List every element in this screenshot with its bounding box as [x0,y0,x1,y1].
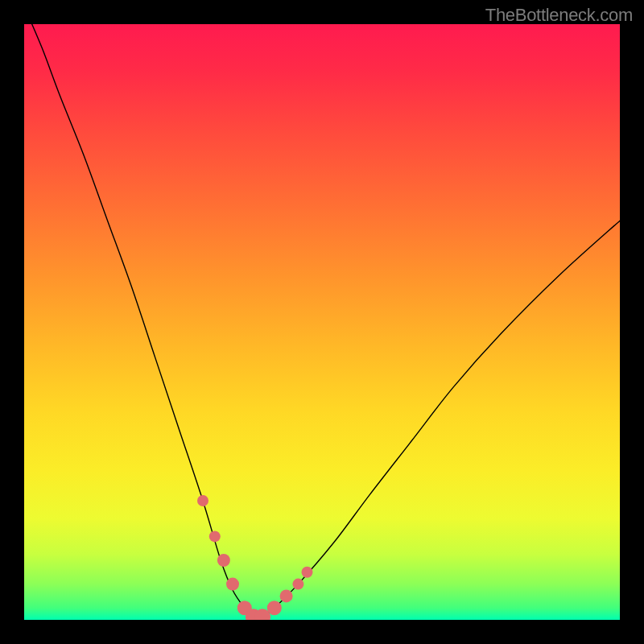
marker-point [292,579,303,590]
marker-point [280,589,293,602]
marker-point [209,530,221,542]
marker-point [226,578,239,591]
marker-point [217,554,230,567]
bottleneck-curve [24,24,620,618]
marker-point [197,495,208,506]
watermark-text: TheBottleneck.com [485,5,633,26]
chart-svg [24,24,620,620]
marker-point [302,567,313,578]
marker-point [267,601,282,615]
plot-area [24,24,620,620]
highlight-markers [197,495,313,620]
